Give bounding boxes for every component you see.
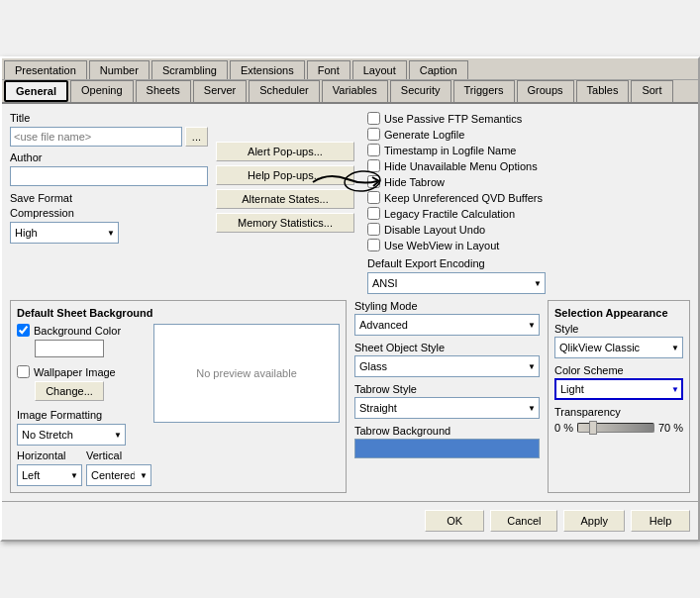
bg-color-checkbox[interactable] [17, 324, 30, 337]
tab-presentation[interactable]: Presentation [4, 60, 87, 79]
bg-color-swatch[interactable] [35, 340, 104, 357]
tab-opening[interactable]: Opening [70, 80, 134, 102]
tabs-row-2: General Opening Sheets Server Scheduler … [2, 80, 698, 104]
transparency-slider-track[interactable] [577, 423, 654, 433]
checkbox-timestamp: Timestamp in Logfile Name [367, 144, 690, 156]
checkbox-passive-ftp-label: Use Passive FTP Semantics [384, 113, 522, 125]
horizontal-label: Horizontal [17, 449, 82, 461]
tabrow-bg-row: Tabrow Background [354, 425, 540, 458]
apply-button[interactable]: Apply [563, 510, 625, 532]
checkbox-webview-input[interactable] [367, 239, 380, 251]
tabrow-style-select[interactable]: Straight Rounded Curved [354, 397, 540, 419]
bg-color-label: Background Color [34, 325, 121, 337]
alternate-states-button[interactable]: Alternate States... [216, 189, 354, 209]
action-buttons-panel: Alert Pop-ups... Help Pop-ups... Alterna… [216, 112, 359, 294]
author-label: Author [10, 151, 208, 163]
checkbox-keep-unreferenced-input[interactable] [367, 191, 380, 204]
sheet-bg-title: Default Sheet Background [17, 307, 340, 319]
checkbox-generate-logfile: Generate Logfile [367, 128, 690, 141]
tab-groups[interactable]: Groups [517, 80, 574, 102]
checkbox-hide-unavailable-input[interactable] [367, 159, 380, 172]
alert-popups-button[interactable]: Alert Pop-ups... [216, 142, 354, 161]
horizontal-select[interactable]: Left Center Right [17, 464, 82, 486]
tab-general[interactable]: General [4, 80, 68, 102]
image-formatting-select[interactable]: No Stretch Stretch Keep Aspect Fill [17, 424, 126, 446]
tab-variables[interactable]: Variables [322, 80, 388, 102]
tab-layout[interactable]: Layout [352, 60, 407, 79]
checkbox-hide-tabrow-label: Hide Tabrow [384, 176, 445, 188]
checkbox-disable-layout-input[interactable] [367, 223, 380, 236]
checkbox-timestamp-input[interactable] [367, 144, 380, 156]
title-label: Title [10, 112, 208, 124]
author-input[interactable] [10, 166, 208, 186]
title-input[interactable] [10, 127, 182, 147]
default-export-select[interactable]: ANSI UTF-8 UTF-16 [367, 272, 546, 294]
sheet-object-style-row: Sheet Object Style Glass Simple Softblen… [354, 342, 540, 377]
save-format-label: Save Format [10, 192, 208, 204]
tab-extensions[interactable]: Extensions [230, 60, 305, 79]
transparency-right-value: 70 % [658, 422, 683, 434]
help-button[interactable]: Help [631, 510, 690, 532]
bg-color-row: Background Color [17, 324, 146, 337]
transparency-slider-thumb[interactable] [589, 421, 597, 435]
default-export-label: Default Export Encoding [367, 257, 690, 269]
styling-mode-select[interactable]: Advanced Simple [354, 314, 540, 336]
checkbox-passive-ftp-input[interactable] [367, 112, 380, 125]
tabrow-bg-swatch[interactable] [354, 439, 540, 458]
tabrow-style-row: Tabrow Style Straight Rounded Curved [354, 383, 540, 419]
sheet-object-style-select[interactable]: Glass Simple Softblend [354, 355, 540, 377]
checkbox-disable-layout: Disable Layout Undo [367, 223, 690, 236]
tab-caption[interactable]: Caption [409, 60, 468, 79]
checkbox-legacy-fractile-label: Legacy Fractile Calculation [384, 208, 515, 220]
checkbox-hide-tabrow-input[interactable] [367, 175, 380, 188]
sheet-background-panel: Default Sheet Background Background Colo… [10, 300, 347, 493]
title-browse-button[interactable]: ... [185, 127, 208, 147]
styling-mode-row: Styling Mode Advanced Simple [354, 300, 540, 336]
transparency-row-container: Transparency 0 % 70 % [554, 406, 683, 434]
checkbox-generate-logfile-input[interactable] [367, 128, 380, 141]
style-select[interactable]: QlikView Classic Checkbox LED Checkbox [554, 337, 683, 358]
wallpaper-row: Wallpaper Image [17, 365, 146, 378]
tabs-row-1: Presentation Number Scrambling Extension… [2, 58, 698, 80]
selection-appearance-title: Selection Appearance [554, 307, 683, 319]
tab-tables[interactable]: Tables [576, 80, 630, 102]
tabrow-bg-label: Tabrow Background [354, 425, 540, 437]
compression-select[interactable]: High Medium Low None [10, 222, 119, 244]
style-row: Style QlikView Classic Checkbox LED Chec… [554, 323, 683, 358]
color-scheme-label: Color Scheme [554, 364, 683, 376]
transparency-left-value: 0 % [554, 422, 573, 434]
main-dialog: Presentation Number Scrambling Extension… [0, 56, 700, 542]
transparency-control: 0 % 70 % [554, 422, 683, 434]
styling-panel: Styling Mode Advanced Simple Sheet Objec… [354, 300, 540, 493]
bottom-buttons: OK Cancel Apply Help [2, 501, 698, 540]
tab-font[interactable]: Font [307, 60, 350, 79]
memory-statistics-button[interactable]: Memory Statistics... [216, 213, 354, 233]
checkbox-keep-unreferenced: Keep Unreferenced QVD Buffers [367, 191, 690, 204]
checkbox-hide-unavailable-label: Hide Unavailable Menu Options [384, 160, 538, 172]
color-scheme-select[interactable]: Light Standard Dark [554, 378, 683, 400]
help-popups-button[interactable]: Help Pop-ups... [216, 165, 354, 185]
change-button[interactable]: Change... [35, 381, 104, 401]
tab-server[interactable]: Server [193, 80, 247, 102]
wallpaper-checkbox[interactable] [17, 365, 30, 378]
tab-scrambling[interactable]: Scrambling [151, 60, 228, 79]
checkbox-webview-label: Use WebView in Layout [384, 240, 499, 251]
tab-sort[interactable]: Sort [631, 80, 672, 102]
tab-security[interactable]: Security [390, 80, 451, 102]
tab-sheets[interactable]: Sheets [136, 80, 191, 102]
content-area: Title ... Author Save Format Compression… [2, 104, 698, 501]
ok-button[interactable]: OK [425, 510, 484, 532]
tab-number[interactable]: Number [89, 60, 150, 79]
vertical-select[interactable]: Top Centered Bottom [86, 464, 151, 486]
checkbox-legacy-fractile: Legacy Fractile Calculation [367, 207, 690, 220]
sheet-object-style-label: Sheet Object Style [354, 342, 540, 353]
tab-triggers[interactable]: Triggers [453, 80, 515, 102]
checkbox-generate-logfile-label: Generate Logfile [384, 129, 464, 141]
tab-scheduler[interactable]: Scheduler [249, 80, 320, 102]
checkbox-legacy-fractile-input[interactable] [367, 207, 380, 220]
checkbox-timestamp-label: Timestamp in Logfile Name [384, 145, 516, 156]
checkboxes-panel: Use Passive FTP Semantics Generate Logfi… [367, 112, 690, 294]
bottom-section: Default Sheet Background Background Colo… [10, 300, 690, 493]
checkbox-hide-tabrow: Hide Tabrow [367, 175, 690, 188]
cancel-button[interactable]: Cancel [490, 510, 557, 532]
